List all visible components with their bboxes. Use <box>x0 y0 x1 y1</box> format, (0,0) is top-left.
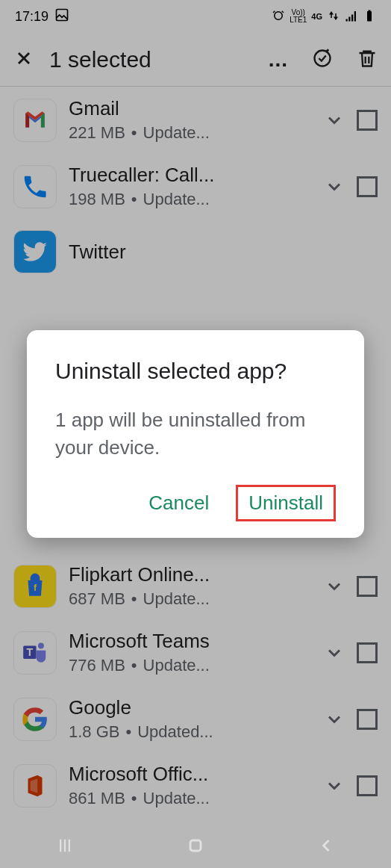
dialog-backdrop[interactable]: Uninstall selected app? 1 app will be un… <box>0 0 391 868</box>
svg-rect-6 <box>190 840 201 851</box>
cancel-button[interactable]: Cancel <box>140 486 218 521</box>
home-button[interactable] <box>185 835 206 859</box>
uninstall-dialog: Uninstall selected app? 1 app will be un… <box>27 330 364 538</box>
dialog-body: 1 app will be uninstalled from your devi… <box>55 406 336 461</box>
uninstall-button[interactable]: Uninstall <box>236 485 336 521</box>
navigation-bar <box>0 826 391 868</box>
back-button[interactable] <box>316 835 337 859</box>
dialog-title: Uninstall selected app? <box>55 356 336 387</box>
recents-button[interactable] <box>54 835 75 859</box>
